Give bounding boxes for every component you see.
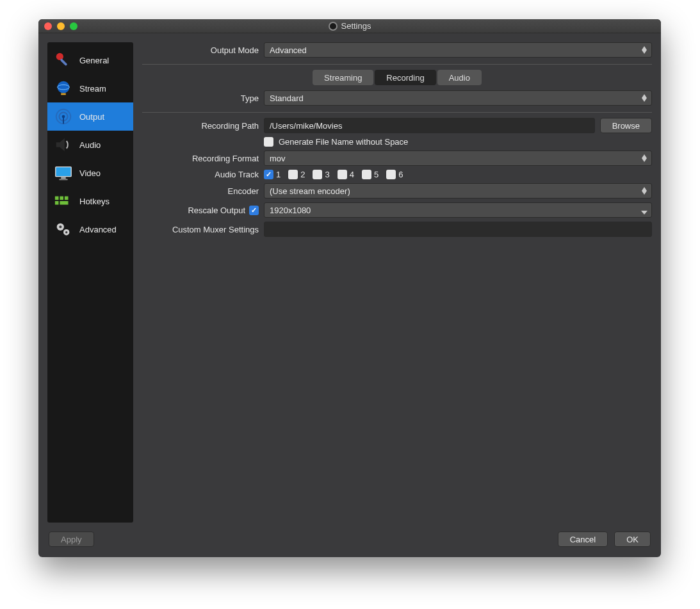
- output-subtabs: Streaming Recording Audio: [142, 70, 652, 85]
- audio-track-4-checkbox[interactable]: [338, 170, 347, 179]
- generate-no-space-checkbox[interactable]: [264, 137, 273, 147]
- speaker-icon: [54, 135, 73, 154]
- sidebar-label: General: [79, 56, 109, 65]
- svg-rect-15: [55, 201, 59, 205]
- antenna-icon: [54, 107, 73, 126]
- ok-button[interactable]: OK: [614, 532, 651, 547]
- tab-recording[interactable]: Recording: [375, 70, 435, 85]
- svg-rect-14: [65, 197, 69, 200]
- generate-no-space-label: Generate File Name without Space: [279, 137, 408, 147]
- recording-type-select[interactable]: Standard: [264, 90, 652, 106]
- globe-icon: [54, 79, 73, 98]
- svg-point-19: [59, 225, 61, 228]
- audio-track-3-checkbox[interactable]: [313, 170, 322, 179]
- minimize-window-button[interactable]: [57, 22, 65, 30]
- stepper-arrows-icon: [640, 92, 649, 104]
- svg-rect-10: [61, 177, 66, 179]
- sidebar-item-output[interactable]: Output: [47, 102, 133, 131]
- window-title: Settings: [341, 21, 371, 31]
- separator: [142, 64, 652, 65]
- rescale-output-combo[interactable]: 1920x1080: [264, 202, 652, 218]
- svg-rect-9: [56, 167, 71, 177]
- encoder-select[interactable]: (Use stream encoder): [264, 183, 652, 199]
- sidebar-item-video[interactable]: Video: [47, 159, 133, 187]
- type-label: Type: [142, 93, 264, 103]
- titlebar: Settings: [38, 19, 661, 33]
- sidebar-label: Video: [79, 168, 101, 178]
- svg-rect-4: [61, 93, 66, 95]
- rescale-output-checkbox[interactable]: [249, 206, 259, 215]
- wrench-icon: [54, 51, 73, 70]
- output-mode-value: Advanced: [270, 45, 307, 55]
- encoder-value: (Use stream encoder): [270, 186, 350, 196]
- recording-path-value: /Users/mike/Movies: [270, 121, 342, 131]
- sidebar-item-audio[interactable]: Audio: [47, 131, 133, 159]
- stepper-arrows-icon: [640, 152, 649, 164]
- close-window-button[interactable]: [44, 22, 52, 30]
- browse-button[interactable]: Browse: [600, 118, 652, 133]
- svg-rect-11: [59, 179, 67, 180]
- custom-muxer-input[interactable]: [264, 222, 652, 237]
- sidebar-label: Output: [79, 112, 104, 122]
- monitor-icon: [54, 163, 73, 183]
- separator: [142, 112, 652, 113]
- svg-rect-12: [55, 197, 59, 200]
- gears-icon: [54, 220, 73, 239]
- audio-track-1-checkbox[interactable]: [264, 170, 273, 179]
- audio-track-2-checkbox[interactable]: [288, 170, 298, 179]
- sidebar-label: Audio: [79, 140, 101, 150]
- svg-point-2: [58, 81, 70, 93]
- sidebar-item-hotkeys[interactable]: Hotkeys: [47, 187, 133, 215]
- sidebar-label: Stream: [79, 84, 106, 93]
- obs-icon: [329, 22, 338, 31]
- sidebar-item-general[interactable]: General: [47, 46, 133, 74]
- settings-main: Output Mode Advanced Streaming: [142, 42, 652, 523]
- svg-point-0: [56, 53, 63, 60]
- sidebar-item-stream[interactable]: Stream: [47, 74, 133, 102]
- audio-track-6-checkbox[interactable]: [386, 170, 396, 179]
- output-mode-label: Output Mode: [142, 45, 264, 55]
- audio-track-label: Audio Track: [142, 170, 264, 179]
- audio-track-group: 1 2 3 4 5 6: [264, 170, 403, 179]
- svg-point-20: [65, 231, 67, 233]
- svg-rect-1: [60, 58, 68, 66]
- recording-format-value: mov: [270, 154, 286, 163]
- svg-rect-13: [60, 197, 63, 200]
- svg-rect-16: [60, 201, 68, 205]
- output-mode-select[interactable]: Advanced: [264, 42, 652, 58]
- custom-muxer-label: Custom Muxer Settings: [142, 225, 264, 234]
- audio-track-5-checkbox[interactable]: [362, 170, 371, 179]
- recording-format-label: Recording Format: [142, 154, 264, 163]
- encoder-label: Encoder: [142, 186, 264, 196]
- cancel-button[interactable]: Cancel: [558, 532, 608, 547]
- type-value: Standard: [270, 93, 304, 103]
- recording-path-input[interactable]: /Users/mike/Movies: [264, 118, 595, 133]
- keyboard-icon: [54, 191, 73, 211]
- recording-format-select[interactable]: mov: [264, 150, 652, 166]
- zoom-window-button[interactable]: [70, 22, 77, 30]
- svg-point-7: [62, 115, 65, 118]
- sidebar-label: Hotkeys: [79, 197, 110, 206]
- recording-path-label: Recording Path: [142, 121, 264, 131]
- svg-rect-8: [63, 118, 64, 124]
- settings-sidebar: General Stream Output Audio: [47, 42, 133, 523]
- apply-button[interactable]: Apply: [49, 532, 94, 547]
- rescale-output-label: Rescale Output: [188, 206, 245, 215]
- sidebar-label: Advanced: [79, 225, 117, 234]
- tab-streaming[interactable]: Streaming: [313, 70, 373, 85]
- tab-audio[interactable]: Audio: [437, 70, 482, 85]
- settings-window: Settings General Stream Output: [38, 19, 661, 557]
- dialog-footer: Apply Cancel OK: [38, 528, 661, 557]
- chevron-down-icon: [641, 208, 647, 218]
- rescale-output-value: 1920x1080: [270, 206, 311, 215]
- stepper-arrows-icon: [640, 185, 649, 197]
- sidebar-item-advanced[interactable]: Advanced: [47, 215, 133, 243]
- stepper-arrows-icon: [640, 44, 649, 56]
